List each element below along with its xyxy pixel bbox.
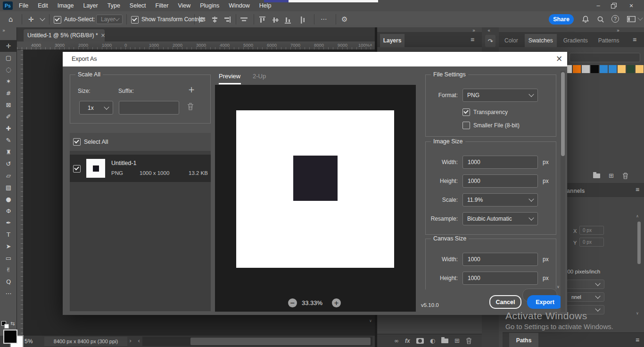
menu-item[interactable]: Filter [151,0,173,11]
edit-toolbar[interactable]: ⋯ [0,288,17,299]
help-icon[interactable]: ? [611,15,619,23]
eraser-tool[interactable]: ▱ [0,170,17,182]
delete-swatch-icon[interactable] [622,173,628,179]
swatch[interactable] [627,65,635,73]
foreground-color-chip[interactable] [3,330,17,344]
zoom-out-button[interactable]: − [288,298,297,307]
swatch[interactable] [582,65,590,73]
dialog-scroll-down-icon[interactable]: ∨ [557,285,560,289]
document-tab[interactable]: Untitled-1 @ 5% (RGB/8#) * × [24,29,105,41]
history-brush-tool[interactable]: ↺ [0,158,17,170]
add-scale-icon[interactable]: + [188,85,195,94]
swatch[interactable] [636,65,644,73]
layers-menu-icon[interactable]: ≡ [471,37,474,42]
gear-icon[interactable]: ⚙ [341,15,347,24]
align-left-icon[interactable] [199,17,206,23]
dialog-close-icon[interactable]: × [556,54,562,63]
lower-panel-menu-icon[interactable]: ≡ [636,187,639,192]
swatch[interactable] [600,65,608,73]
x-field[interactable]: 0 px [579,226,604,235]
history-panel-icon[interactable]: ↷ [485,35,495,47]
more-options-icon[interactable]: ⋯ [321,15,327,23]
link-layers-icon[interactable]: ∞ [394,338,399,344]
menu-item[interactable]: Plugins [195,0,224,11]
crop-tool[interactable]: # [0,87,17,99]
collapse-tools-icon[interactable]: » [2,28,5,33]
menu-item[interactable]: Window [224,0,254,11]
swatches-menu-icon[interactable]: ≡ [633,37,636,42]
bell-icon[interactable] [582,16,589,23]
distribute-horizontal-icon[interactable] [240,17,248,22]
align-center-horizontal-icon[interactable] [211,17,218,23]
suffix-input[interactable] [119,101,179,115]
swap-colors-icon[interactable]: ⇆ [10,321,15,327]
auto-select-target-dropdown[interactable]: Layer [96,15,123,24]
adjustment-layer-icon[interactable]: ◐ [430,337,435,344]
scroll-up-icon[interactable]: ∧ [370,43,372,47]
lasso-tool[interactable]: ◌ [0,64,17,75]
horizontal-scrollbar-thumb[interactable] [190,338,371,345]
scale-size-dropdown[interactable]: 1x [79,101,113,115]
share-button[interactable]: Share [549,14,574,25]
gradient-tool[interactable]: ▧ [0,182,17,193]
dodge-tool[interactable]: Φ [0,205,17,217]
hand-tool[interactable]: ✌ [0,264,17,276]
menu-item[interactable]: File [14,0,33,11]
magic-wand-tool[interactable]: ✶ [0,75,17,87]
swatch[interactable] [609,65,617,73]
Color[interactable]: Color [501,34,522,47]
type-tool[interactable]: T [0,229,17,240]
swatches-search-field[interactable] [570,53,640,62]
layer-mask-icon[interactable] [416,338,424,344]
cancel-button[interactable]: Cancel [489,295,521,309]
preview-zoom-value[interactable]: 33.33% [302,299,322,306]
select-all-checkbox[interactable] [73,138,81,146]
y-field[interactable]: 0 px [579,238,604,247]
minimize-icon[interactable]: – [590,0,606,11]
format-dropdown[interactable]: PNG [462,89,538,102]
new-group-icon[interactable] [441,339,448,343]
distribute-vertical-icon[interactable] [301,17,305,24]
scroll-down-icon[interactable]: ∨ [369,319,372,323]
clone-stamp-tool[interactable]: ♜ [0,146,17,158]
panel-expand-icon[interactable]: « [487,28,490,33]
menu-item[interactable]: View [173,0,195,11]
pen-tool[interactable]: ✒ [0,217,17,229]
transparency-checkbox[interactable] [462,108,470,116]
canvas-width-input[interactable] [462,253,538,266]
brush-tool[interactable]: ✎ [0,134,17,146]
status-prev-icon[interactable]: ‹ [138,337,140,344]
resolution-unit-dropdown[interactable] [567,280,604,289]
layer-effects-icon[interactable]: fx [405,338,410,344]
new-swatch-group-icon[interactable] [593,174,600,178]
show-transform-checkbox[interactable] [131,16,139,24]
panel-scroll-up-icon[interactable]: ∧ [636,214,639,218]
tool-preset-chevron-icon[interactable] [40,16,45,21]
file-item-checkbox[interactable] [73,165,81,173]
Swatches[interactable]: Swatches [525,34,557,47]
blur-tool[interactable]: ● [0,193,17,205]
delete-layer-icon[interactable] [466,338,472,344]
eyedropper-tool[interactable]: ✐ [0,111,17,123]
menu-item[interactable]: Layer [78,0,102,11]
move-tool[interactable]: ✛ [0,40,17,52]
scale-dropdown[interactable]: 11.9% [462,193,538,207]
new-swatch-icon[interactable]: ⊞ [609,172,614,179]
align-bottom-icon[interactable] [285,17,291,24]
move-tool-icon[interactable]: ✛ [28,16,34,23]
tab-paths[interactable]: Paths [509,333,538,347]
channel-dropdown[interactable]: nnel [567,292,604,302]
panel-scrollbar-thumb[interactable] [637,222,641,264]
healing-brush-tool[interactable]: ✚ [0,123,17,134]
search-icon[interactable] [597,16,604,23]
auto-select-checkbox[interactable] [54,16,61,24]
canvas-height-input[interactable] [462,272,538,285]
swatch[interactable] [573,65,581,73]
workspace-icon[interactable] [627,16,636,22]
menu-item[interactable]: Type [103,0,125,11]
panel-scroll-down-icon[interactable]: ∨ [636,311,639,315]
image-width-input[interactable] [462,156,538,169]
close-window-icon[interactable]: × [623,0,639,11]
dialog-scrollbar-thumb[interactable] [561,72,565,156]
Patterns[interactable]: Patterns [594,34,623,47]
